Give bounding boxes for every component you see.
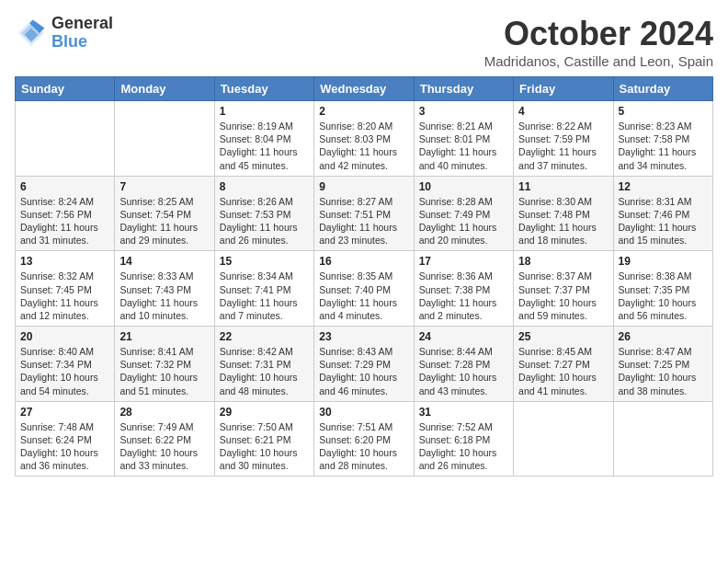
day-info: Sunrise: 8:20 AMSunset: 8:03 PMDaylight:… — [319, 120, 408, 172]
calendar-cell: 20Sunrise: 8:40 AMSunset: 7:34 PMDayligh… — [16, 327, 115, 402]
calendar-week-row-5: 27Sunrise: 7:48 AMSunset: 6:24 PMDayligh… — [16, 401, 713, 477]
calendar-header-monday: Monday — [115, 77, 214, 101]
day-info: Sunrise: 8:41 AMSunset: 7:32 PMDaylight:… — [119, 345, 209, 397]
day-number: 27 — [20, 406, 109, 419]
day-info: Sunrise: 8:40 AMSunset: 7:34 PMDaylight:… — [20, 345, 109, 397]
day-number: 16 — [319, 255, 408, 268]
calendar-cell: 21Sunrise: 8:41 AMSunset: 7:32 PMDayligh… — [115, 327, 214, 402]
calendar-cell: 8Sunrise: 8:26 AMSunset: 7:53 PMDaylight… — [214, 176, 313, 251]
calendar-cell: 19Sunrise: 8:38 AMSunset: 7:35 PMDayligh… — [613, 251, 712, 327]
calendar-cell: 28Sunrise: 7:49 AMSunset: 6:22 PMDayligh… — [115, 401, 214, 477]
day-number: 29 — [220, 406, 309, 419]
day-info: Sunrise: 8:23 AMSunset: 7:58 PMDaylight:… — [619, 120, 708, 172]
calendar-week-row-1: 1Sunrise: 8:19 AMSunset: 8:04 PMDaylight… — [16, 101, 713, 177]
calendar-cell: 23Sunrise: 8:43 AMSunset: 7:29 PMDayligh… — [314, 327, 414, 402]
calendar-cell: 24Sunrise: 8:44 AMSunset: 7:28 PMDayligh… — [414, 327, 513, 402]
calendar-cell: 7Sunrise: 8:25 AMSunset: 7:54 PMDaylight… — [115, 176, 214, 251]
day-number: 31 — [419, 406, 508, 419]
calendar-cell: 16Sunrise: 8:35 AMSunset: 7:40 PMDayligh… — [314, 251, 414, 327]
day-info: Sunrise: 8:26 AMSunset: 7:53 PMDaylight:… — [220, 195, 309, 247]
day-info: Sunrise: 8:28 AMSunset: 7:49 PMDaylight:… — [419, 195, 508, 247]
day-info: Sunrise: 8:36 AMSunset: 7:38 PMDaylight:… — [419, 270, 508, 322]
calendar-cell: 31Sunrise: 7:52 AMSunset: 6:18 PMDayligh… — [414, 401, 513, 477]
day-number: 10 — [419, 180, 508, 193]
day-number: 2 — [319, 105, 408, 118]
calendar-header-sunday: Sunday — [16, 77, 115, 101]
day-info: Sunrise: 7:51 AMSunset: 6:20 PMDaylight:… — [319, 420, 408, 473]
day-number: 20 — [20, 330, 109, 343]
day-number: 6 — [20, 180, 109, 193]
day-info: Sunrise: 8:21 AMSunset: 8:01 PMDaylight:… — [419, 120, 508, 172]
calendar-cell: 26Sunrise: 8:47 AMSunset: 7:25 PMDayligh… — [613, 327, 712, 402]
location-title: Madridanos, Castille and Leon, Spain — [484, 53, 713, 69]
calendar-cell — [16, 101, 115, 177]
logo-icon — [15, 17, 48, 50]
day-info: Sunrise: 8:43 AMSunset: 7:29 PMDaylight:… — [319, 345, 408, 397]
month-title: October 2024 — [484, 15, 713, 53]
logo: General Blue — [15, 15, 113, 52]
calendar-cell: 9Sunrise: 8:27 AMSunset: 7:51 PMDaylight… — [314, 176, 414, 251]
day-info: Sunrise: 7:52 AMSunset: 6:18 PMDaylight:… — [419, 420, 508, 473]
calendar-cell: 18Sunrise: 8:37 AMSunset: 7:37 PMDayligh… — [514, 251, 613, 327]
day-number: 5 — [619, 105, 708, 118]
day-info: Sunrise: 8:24 AMSunset: 7:56 PMDaylight:… — [20, 195, 109, 247]
calendar-table: SundayMondayTuesdayWednesdayThursdayFrid… — [15, 76, 713, 477]
calendar-cell: 17Sunrise: 8:36 AMSunset: 7:38 PMDayligh… — [414, 251, 513, 327]
calendar-cell — [613, 401, 712, 477]
calendar-cell: 6Sunrise: 8:24 AMSunset: 7:56 PMDaylight… — [16, 176, 115, 251]
day-info: Sunrise: 8:37 AMSunset: 7:37 PMDaylight:… — [518, 270, 608, 322]
calendar-cell: 10Sunrise: 8:28 AMSunset: 7:49 PMDayligh… — [414, 176, 513, 251]
calendar-cell: 22Sunrise: 8:42 AMSunset: 7:31 PMDayligh… — [214, 327, 313, 402]
calendar-cell: 25Sunrise: 8:45 AMSunset: 7:27 PMDayligh… — [514, 327, 613, 402]
calendar-cell: 13Sunrise: 8:32 AMSunset: 7:45 PMDayligh… — [16, 251, 115, 327]
calendar-cell: 3Sunrise: 8:21 AMSunset: 8:01 PMDaylight… — [414, 101, 513, 177]
day-number: 19 — [619, 255, 708, 268]
day-number: 26 — [619, 330, 708, 343]
day-info: Sunrise: 8:45 AMSunset: 7:27 PMDaylight:… — [518, 345, 608, 397]
day-number: 3 — [419, 105, 508, 118]
calendar-cell — [514, 401, 613, 477]
calendar-cell: 2Sunrise: 8:20 AMSunset: 8:03 PMDaylight… — [314, 101, 414, 177]
day-number: 12 — [619, 180, 708, 193]
logo-text: General Blue — [51, 15, 113, 52]
calendar-cell: 11Sunrise: 8:30 AMSunset: 7:48 PMDayligh… — [514, 176, 613, 251]
day-number: 25 — [518, 330, 608, 343]
day-number: 22 — [220, 330, 309, 343]
calendar-cell: 29Sunrise: 7:50 AMSunset: 6:21 PMDayligh… — [214, 401, 313, 477]
calendar-header-saturday: Saturday — [613, 77, 712, 101]
calendar-cell: 27Sunrise: 7:48 AMSunset: 6:24 PMDayligh… — [16, 401, 115, 477]
calendar-week-row-2: 6Sunrise: 8:24 AMSunset: 7:56 PMDaylight… — [16, 176, 713, 251]
day-info: Sunrise: 8:25 AMSunset: 7:54 PMDaylight:… — [119, 195, 209, 247]
day-info: Sunrise: 8:30 AMSunset: 7:48 PMDaylight:… — [518, 195, 608, 247]
logo-blue-text: Blue — [51, 33, 113, 52]
calendar-header-tuesday: Tuesday — [214, 77, 313, 101]
day-number: 15 — [220, 255, 309, 268]
day-info: Sunrise: 8:44 AMSunset: 7:28 PMDaylight:… — [419, 345, 508, 397]
header: General Blue October 2024 Madridanos, Ca… — [15, 15, 713, 69]
calendar-cell: 30Sunrise: 7:51 AMSunset: 6:20 PMDayligh… — [314, 401, 414, 477]
day-number: 4 — [518, 105, 608, 118]
day-info: Sunrise: 8:34 AMSunset: 7:41 PMDaylight:… — [220, 270, 309, 322]
day-number: 11 — [518, 180, 608, 193]
logo-general-text: General — [51, 15, 113, 33]
calendar-cell: 14Sunrise: 8:33 AMSunset: 7:43 PMDayligh… — [115, 251, 214, 327]
calendar-week-row-3: 13Sunrise: 8:32 AMSunset: 7:45 PMDayligh… — [16, 251, 713, 327]
day-info: Sunrise: 8:19 AMSunset: 8:04 PMDaylight:… — [220, 120, 309, 172]
calendar-header-row: SundayMondayTuesdayWednesdayThursdayFrid… — [16, 77, 713, 101]
day-info: Sunrise: 8:42 AMSunset: 7:31 PMDaylight:… — [220, 345, 309, 397]
day-number: 14 — [119, 255, 209, 268]
day-number: 28 — [119, 406, 209, 419]
day-info: Sunrise: 8:32 AMSunset: 7:45 PMDaylight:… — [20, 270, 109, 322]
day-info: Sunrise: 8:47 AMSunset: 7:25 PMDaylight:… — [619, 345, 708, 397]
calendar-header-friday: Friday — [514, 77, 613, 101]
calendar-cell: 4Sunrise: 8:22 AMSunset: 7:59 PMDaylight… — [514, 101, 613, 177]
day-info: Sunrise: 8:33 AMSunset: 7:43 PMDaylight:… — [119, 270, 209, 322]
day-number: 24 — [419, 330, 508, 343]
day-info: Sunrise: 7:49 AMSunset: 6:22 PMDaylight:… — [119, 420, 209, 473]
day-number: 7 — [119, 180, 209, 193]
day-info: Sunrise: 8:35 AMSunset: 7:40 PMDaylight:… — [319, 270, 408, 322]
day-number: 18 — [518, 255, 608, 268]
day-info: Sunrise: 8:22 AMSunset: 7:59 PMDaylight:… — [518, 120, 608, 172]
day-info: Sunrise: 7:48 AMSunset: 6:24 PMDaylight:… — [20, 420, 109, 473]
calendar-cell: 12Sunrise: 8:31 AMSunset: 7:46 PMDayligh… — [613, 176, 712, 251]
